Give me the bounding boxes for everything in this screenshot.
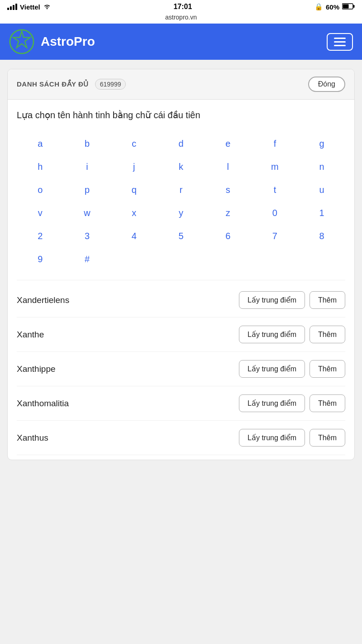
status-left: Viettel <box>7 3 51 11</box>
letter-l[interactable]: l <box>205 155 252 178</box>
letter-g[interactable]: g <box>298 132 345 155</box>
planet-name: Xanthomalitia <box>17 399 69 409</box>
get-midpoint-button[interactable]: Lấy trung điểm <box>239 326 305 343</box>
status-bar: Viettel 17:01 🔒 60% <box>0 0 362 13</box>
letter-9[interactable]: 9 <box>17 248 64 271</box>
wifi-icon <box>43 3 51 11</box>
planet-actions: Lấy trung điểmThêm <box>239 291 345 309</box>
planet-list-item: XanthusLấy trung điểmThêm <box>17 421 345 455</box>
add-planet-button[interactable]: Thêm <box>310 360 345 378</box>
get-midpoint-button[interactable]: Lấy trung điểm <box>239 394 305 412</box>
url-bar: astropro.vn <box>0 13 362 24</box>
planet-actions: Lấy trung điểmThêm <box>239 326 345 343</box>
letter-#[interactable]: # <box>64 248 111 271</box>
planet-list-item: XantheLấy trung điểmThêm <box>17 317 345 352</box>
letter-w[interactable]: w <box>64 202 111 225</box>
card-body: Lựa chọn tên hành tinh bằng chữ cái đầu … <box>8 100 354 460</box>
get-midpoint-button[interactable]: Lấy trung điểm <box>239 360 305 378</box>
menu-line-2 <box>334 41 346 43</box>
letter-6[interactable]: 6 <box>205 225 252 248</box>
letter-i[interactable]: i <box>64 155 111 178</box>
letter-j[interactable]: j <box>110 155 157 178</box>
letter-z[interactable]: z <box>205 202 252 225</box>
filter-title: Lựa chọn tên hành tinh bằng chữ cái đầu … <box>17 109 345 121</box>
letter-1[interactable]: 1 <box>298 202 345 225</box>
add-planet-button[interactable]: Thêm <box>310 291 345 309</box>
app-logo <box>9 29 34 54</box>
carrier-label: Viettel <box>20 3 40 11</box>
letter-r[interactable]: r <box>157 178 205 202</box>
planet-list-item: XanthomalitiaLấy trung điểmThêm <box>17 386 345 421</box>
letter-c[interactable]: c <box>110 132 157 155</box>
planet-actions: Lấy trung điểmThêm <box>239 429 345 447</box>
planet-list-item: XandertielensLấy trung điểmThêm <box>17 283 345 317</box>
planet-list-item: XanthippeLấy trung điểmThêm <box>17 352 345 386</box>
close-button[interactable]: Đóng <box>308 77 345 92</box>
navbar-title: AstroPro <box>41 34 95 49</box>
url-text: astropro.vn <box>165 14 197 21</box>
letter-a[interactable]: a <box>17 132 64 155</box>
planet-name: Xanthus <box>17 433 48 443</box>
planet-list: XandertielensLấy trung điểmThêmXantheLấy… <box>17 280 345 455</box>
letter-f[interactable]: f <box>252 132 299 155</box>
planet-name: Xanthippe <box>17 364 56 374</box>
letter-2[interactable]: 2 <box>17 225 64 248</box>
letter-d[interactable]: d <box>157 132 205 155</box>
letter-p[interactable]: p <box>64 178 111 202</box>
letter-5[interactable]: 5 <box>157 225 205 248</box>
letter-m[interactable]: m <box>252 155 299 178</box>
letter-h[interactable]: h <box>17 155 64 178</box>
navbar-brand: AstroPro <box>9 29 95 54</box>
letter-b[interactable]: b <box>64 132 111 155</box>
svg-point-3 <box>10 30 33 53</box>
svg-rect-2 <box>343 4 348 8</box>
letter-x[interactable]: x <box>110 202 157 225</box>
letter-k[interactable]: k <box>157 155 205 178</box>
get-midpoint-button[interactable]: Lấy trung điểm <box>239 429 305 447</box>
planet-actions: Lấy trung điểmThêm <box>239 394 345 412</box>
letter-o[interactable]: o <box>17 178 64 202</box>
letter-t[interactable]: t <box>252 178 299 202</box>
planet-list-card: DANH SÁCH ĐẦY ĐỦ 619999 Đóng Lựa chọn tê… <box>7 69 355 460</box>
add-planet-button[interactable]: Thêm <box>310 394 345 412</box>
letter-8[interactable]: 8 <box>298 225 345 248</box>
planet-name: Xandertielens <box>17 295 69 305</box>
planet-name: Xanthe <box>17 330 44 340</box>
battery-icon <box>342 3 355 11</box>
letter-7[interactable]: 7 <box>252 225 299 248</box>
svg-rect-1 <box>353 5 354 8</box>
svg-marker-4 <box>13 31 30 48</box>
letter-grid: abcdefghijklmnopqrstuvwxyz0123456789# <box>17 132 345 271</box>
letter-s[interactable]: s <box>205 178 252 202</box>
letter-q[interactable]: q <box>110 178 157 202</box>
menu-line-1 <box>334 38 346 39</box>
menu-button[interactable] <box>327 33 353 51</box>
letter-n[interactable]: n <box>298 155 345 178</box>
navbar: AstroPro <box>0 24 362 60</box>
letter-3[interactable]: 3 <box>64 225 111 248</box>
count-badge: 619999 <box>95 79 126 90</box>
get-midpoint-button[interactable]: Lấy trung điểm <box>239 291 305 309</box>
letter-0[interactable]: 0 <box>252 202 299 225</box>
letter-v[interactable]: v <box>17 202 64 225</box>
card-header-title: DANH SÁCH ĐẦY ĐỦ <box>17 80 89 88</box>
card-header: DANH SÁCH ĐẦY ĐỦ 619999 Đóng <box>8 69 354 100</box>
battery-label: 60% <box>326 3 339 11</box>
planet-actions: Lấy trung điểmThêm <box>239 360 345 378</box>
letter-u[interactable]: u <box>298 178 345 202</box>
status-time: 17:01 <box>173 3 192 11</box>
menu-line-3 <box>334 45 346 46</box>
add-planet-button[interactable]: Thêm <box>310 326 345 343</box>
letter-y[interactable]: y <box>157 202 205 225</box>
main-content: DANH SÁCH ĐẦY ĐỦ 619999 Đóng Lựa chọn tê… <box>0 60 362 469</box>
lock-icon: 🔒 <box>314 3 323 11</box>
letter-4[interactable]: 4 <box>110 225 157 248</box>
add-planet-button[interactable]: Thêm <box>310 429 345 447</box>
letter-e[interactable]: e <box>205 132 252 155</box>
status-right: 🔒 60% <box>314 3 355 11</box>
signal-bars <box>7 4 17 10</box>
